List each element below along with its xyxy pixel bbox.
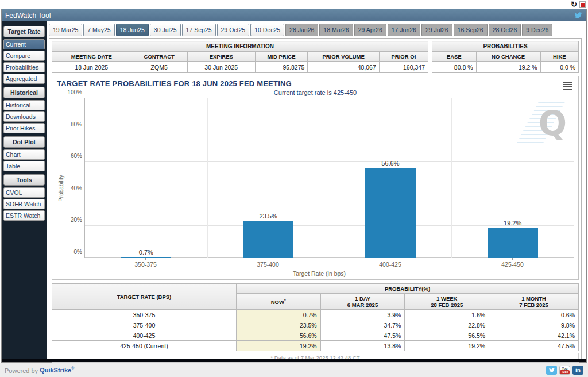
footer: Powered by QuikStrike® You Tube in [0,363,588,377]
tab-19-mar25[interactable]: 19 Mar25 [49,24,82,36]
browser-icon-strip: ↻ [0,0,588,9]
col-1-month: 1 MONTH7 FEB 2025 [489,294,579,310]
sidebar-item-sofr-watch[interactable]: SOFR Watch [3,199,45,209]
probability-group-header: PROBABILITY(%) [236,284,578,294]
bottom-divider [2,359,586,362]
ytick-20: 20% [71,217,82,223]
prior-volume-value: 48,067 [308,62,379,73]
twitter-icon[interactable] [574,11,583,19]
social-links: You Tube in [546,366,583,375]
bar-group-400-425: 56.6% [330,98,452,258]
sidebar-item-current[interactable]: Current [3,39,45,49]
sidebar-item-historical[interactable]: Historical [3,100,45,110]
now-cell: 23.5% [236,320,320,330]
chart-menu-icon[interactable] [563,80,572,91]
content-panel: MEETING INFORMATION MEETING DATE CONTRAC… [49,38,582,359]
table-row: 400-425 56.6% 47.5% 56.5% 42.1% [52,330,579,341]
app-titlebar: FedWatch Tool [2,9,586,21]
tab-17-jun26[interactable]: 17 Jun26 [388,24,420,36]
col-ease: EASE [432,52,477,62]
month-cell: 0.6% [489,310,579,320]
col-1-week: 1 WEEK28 FEB 2025 [405,294,489,310]
col-1-day: 1 DAY6 MAR 2025 [320,294,405,310]
sidebar-item-compare[interactable]: Compare [3,51,45,61]
probability-history-table: TARGET RATE (BPS) PROBABILITY(%) NOW* 1 … [52,283,579,351]
info-tables-row: MEETING INFORMATION MEETING DATE CONTRAC… [52,41,579,73]
meeting-information-table: MEETING INFORMATION MEETING DATE CONTRAC… [52,41,428,73]
tab-17-sep25[interactable]: 17 Sep25 [182,24,216,36]
sidebar-item-prior-hikes[interactable]: Prior Hikes [3,123,45,133]
bar-value-label: 56.6% [381,160,399,167]
col-now: NOW* [236,294,320,310]
x-label-350-375: 350-375 [84,261,207,268]
meeting-info-title: MEETING INFORMATION [52,41,428,52]
tab-9-dec26[interactable]: 9 Dec26 [522,24,552,36]
expires-value: 30 Jun 2025 [187,62,255,73]
app-title: FedWatch Tool [5,11,51,20]
fedwatch-app: FedWatch Tool Target Rate Current Compar… [1,9,587,363]
tab-16-sep26[interactable]: 16 Sep26 [454,24,488,36]
sidebar-item-table[interactable]: Table [3,161,45,171]
day-cell: 34.7% [320,320,405,330]
bar-425-450 [488,228,538,258]
twitter-footer-icon[interactable] [546,366,557,375]
sidebar-item-cvol[interactable]: CVOL [3,187,45,198]
prior-oi-value: 160,347 [379,62,428,73]
tab-29-jul26[interactable]: 29 Jul26 [421,24,452,36]
refresh-icon[interactable]: ↻ [571,1,577,8]
rate-cell: 400-425 [52,330,237,341]
now-cell: 56.6% [236,330,320,341]
sidebar-item-downloads[interactable]: Downloads [3,111,45,122]
sidebar-item-aggregated[interactable]: Aggregated [3,74,45,84]
day-cell: 3.9% [320,310,405,320]
quikstrike-brand-link[interactable]: QuikStrike® [40,367,74,374]
col-contract: CONTRACT [131,52,187,62]
tab-29-oct25[interactable]: 29 Oct25 [217,24,250,36]
x-axis-title: Target Rate (in bps) [65,270,574,277]
month-cell: 47.5% [489,341,579,351]
col-mid-price: MID PRICE [255,52,308,62]
month-cell: 42.1% [489,330,579,341]
tab-29-apr26[interactable]: 29 Apr26 [354,24,386,36]
youtube-icon[interactable]: You Tube [559,366,570,375]
x-axis-labels: 350-375 375-400 400-425 425-450 [84,258,574,268]
col-meeting-date: MEETING DATE [52,52,131,62]
week-cell: 19.2% [405,341,489,351]
sidebar-section-tools: Tools [3,174,45,186]
tab-7-may25[interactable]: 7 May25 [83,24,114,36]
rate-header: TARGET RATE (BPS) [52,284,237,310]
bar-400-425 [365,168,416,258]
col-no-change: NO CHANGE [476,52,540,62]
bar-group-375-400: 23.5% [207,98,330,258]
ytick-0: 0% [74,249,82,255]
contract-value: ZQM5 [131,62,187,73]
mid-price-value: 95.8275 [255,62,308,73]
tab-28-jan26[interactable]: 28 Jan26 [285,24,318,36]
sidebar-section-dot-plot: Dot Plot [3,136,45,148]
tab-10-dec25[interactable]: 10 Dec25 [250,24,284,36]
tab-18-jun25[interactable]: 18 Jun25 [116,24,149,36]
sidebar-item-probabilities[interactable]: Probabilities [3,62,45,72]
meeting-date-tabs: 19 Mar25 7 May25 18 Jun25 30 Jul25 17 Se… [49,24,582,36]
sidebar-section-target-rate: Target Rate [3,26,45,37]
pdf-export-icon[interactable] [579,1,586,8]
content-area: 19 Mar25 7 May25 18 Jun25 30 Jul25 17 Se… [47,21,586,359]
chart-subtitle: Current target rate is 425-450 [57,89,574,96]
probabilities-title: PROBABILITIES [432,41,579,52]
y-axis-title: Probability [57,98,65,278]
probability-chart-panel: TARGET RATE PROBABILITIES FOR 18 JUN 202… [52,76,579,280]
sidebar-item-estr-watch[interactable]: ESTR Watch [3,210,45,221]
month-cell: 9.8% [489,320,579,330]
ytick-80: 80% [71,121,82,127]
week-cell: 22.8% [405,320,489,330]
week-cell: 1.6% [405,310,489,320]
day-cell: 13.8% [320,341,405,351]
sidebar-item-chart[interactable]: Chart [3,149,45,160]
x-label-400-425: 400-425 [329,261,451,268]
tab-18-mar26[interactable]: 18 Mar26 [319,24,353,36]
linkedin-icon[interactable]: in [572,366,583,375]
tab-28-oct26[interactable]: 28 Oct26 [489,24,521,36]
table-row: 375-400 23.5% 34.7% 22.8% 9.8% [52,320,579,330]
tab-30-jul25[interactable]: 30 Jul25 [150,24,181,36]
col-expires: EXPIRES [187,52,255,62]
